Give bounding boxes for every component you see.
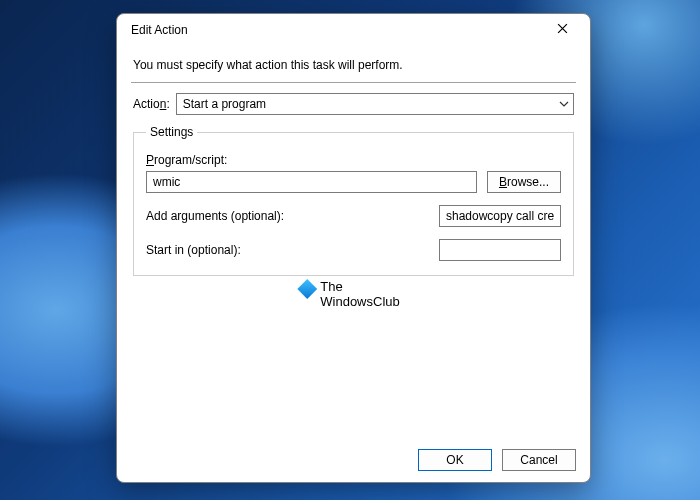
dialog-content: You must specify what action this task w… xyxy=(117,46,590,438)
action-select-value: Start a program xyxy=(183,97,266,111)
cancel-button[interactable]: Cancel xyxy=(502,449,576,471)
dialog-description: You must specify what action this task w… xyxy=(131,50,576,82)
program-label: Program/script: xyxy=(146,153,561,167)
dialog-footer: OK Cancel xyxy=(117,438,590,482)
titlebar: Edit Action xyxy=(117,14,590,46)
action-select[interactable]: Start a program xyxy=(176,93,574,115)
dialog-title: Edit Action xyxy=(131,23,188,37)
browse-button[interactable]: Browse... xyxy=(487,171,561,193)
arguments-label: Add arguments (optional): xyxy=(146,209,429,223)
settings-legend: Settings xyxy=(146,125,197,139)
program-row: Browse... xyxy=(146,171,561,193)
close-button[interactable] xyxy=(540,15,584,45)
arguments-row: Add arguments (optional): xyxy=(146,205,561,227)
start-in-row: Start in (optional): xyxy=(146,239,561,261)
ok-button[interactable]: OK xyxy=(418,449,492,471)
edit-action-dialog: Edit Action You must specify what action… xyxy=(116,13,591,483)
action-label: Action: xyxy=(133,97,170,111)
settings-group: Settings Program/script: Browse... Add a… xyxy=(133,125,574,276)
arguments-input[interactable] xyxy=(439,205,561,227)
action-row: Action: Start a program xyxy=(131,83,576,119)
start-in-label: Start in (optional): xyxy=(146,243,429,257)
close-icon xyxy=(557,23,568,37)
chevron-down-icon xyxy=(559,99,569,109)
program-input[interactable] xyxy=(146,171,477,193)
start-in-input[interactable] xyxy=(439,239,561,261)
